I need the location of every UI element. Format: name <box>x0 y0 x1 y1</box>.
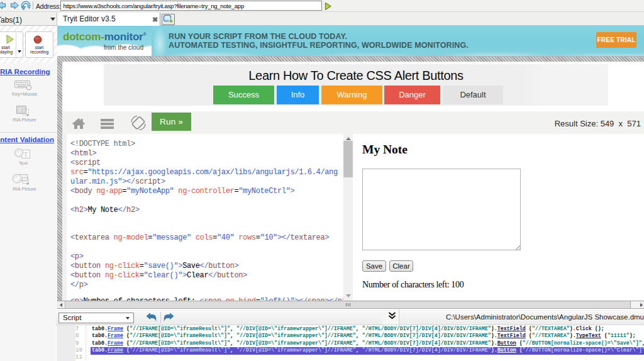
svg-text:T: T <box>24 150 28 158</box>
